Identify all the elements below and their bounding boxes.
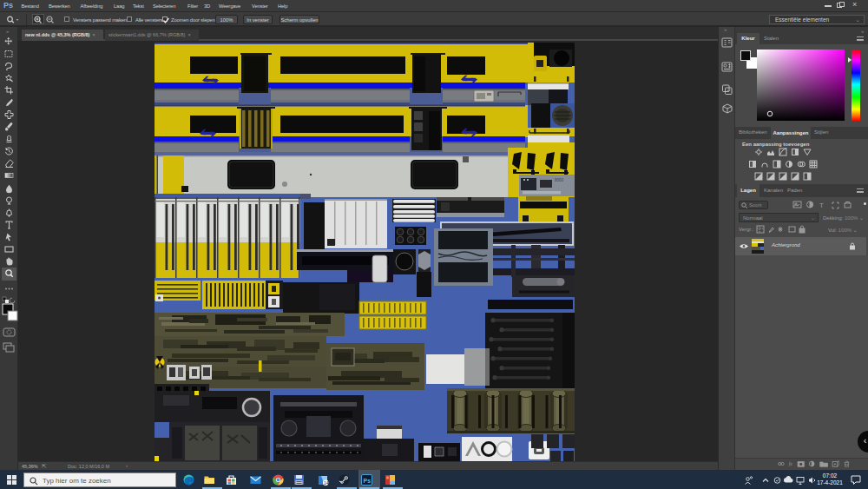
svg-text:14: 14 <box>324 479 329 485</box>
svg-text:Ps: Ps <box>364 477 372 483</box>
svg-text:fx: fx <box>789 461 793 466</box>
svg-text:8000: 8000 <box>555 178 564 182</box>
svg-text:T: T <box>819 202 824 209</box>
